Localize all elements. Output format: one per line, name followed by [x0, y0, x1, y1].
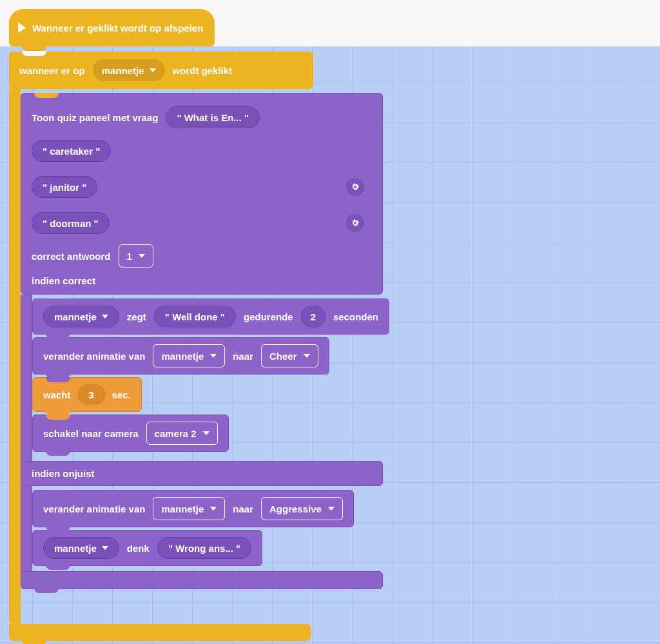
say-actor-dropdown[interactable]: mannetje	[43, 306, 119, 327]
chevron-down-icon	[210, 354, 217, 358]
think-actor-dropdown[interactable]: mannetje	[43, 537, 119, 559]
anim-actor-select[interactable]: mannetje	[153, 344, 225, 367]
click-suffix: wordt geklikt	[173, 65, 233, 76]
anim-label: verander animatie van	[43, 503, 145, 514]
gear-icon[interactable]	[346, 214, 364, 232]
click-target-dropdown[interactable]: mannetje	[93, 59, 165, 81]
click-prefix: wanneer er op	[19, 65, 85, 76]
purple-arm	[21, 295, 32, 461]
anim-name: Aggressive	[269, 503, 322, 514]
anim-actor-select[interactable]: mannetje	[153, 497, 225, 520]
play-icon	[18, 23, 26, 33]
chevron-down-icon	[328, 507, 335, 511]
block-canvas[interactable]: Wanneer er geklikt wordt op afspelen wan…	[0, 0, 660, 644]
camera-select[interactable]: camera 2	[146, 422, 218, 445]
quiz-cblock-footer	[21, 571, 383, 589]
chevron-down-icon	[102, 546, 108, 550]
say-actor: mannetje	[54, 311, 97, 322]
chevron-down-icon	[139, 254, 145, 258]
chevron-down-icon	[102, 315, 108, 318]
wait-block[interactable]: wacht 3 sec.	[32, 377, 142, 412]
chevron-down-icon	[304, 354, 310, 358]
gear-icon[interactable]	[346, 178, 364, 196]
correct-answer-select[interactable]: 1	[119, 244, 153, 268]
think-actor: mannetje	[54, 543, 97, 554]
if-correct-label: indien correct	[32, 275, 95, 286]
quiz-cblock[interactable]: Toon quiz paneel met vraag " What is En.…	[21, 93, 389, 589]
purple-arm	[21, 486, 32, 571]
change-anim-block[interactable]: verander animatie van mannetje naar Chee…	[32, 337, 329, 375]
if-wrong-label: indien onjuist	[32, 468, 95, 479]
play-hat-block[interactable]: Wanneer er geklikt wordt op afspelen	[9, 9, 215, 46]
anim-to: naar	[233, 503, 253, 514]
say-for: gedurende	[244, 311, 293, 322]
correct-value: 1	[127, 251, 132, 262]
hat-label: Wanneer er geklikt wordt op afspelen	[32, 23, 203, 34]
quiz-question-input[interactable]: " What is En... "	[166, 106, 260, 128]
think-block[interactable]: mannetje denk " Wrong ans... "	[32, 530, 262, 566]
click-event-footer	[9, 624, 311, 641]
anim-name: Cheer	[269, 351, 297, 362]
quiz-answer-2[interactable]: " janitor "	[32, 176, 97, 198]
quiz-answer-3[interactable]: " doorman "	[32, 212, 110, 234]
switch-camera-block[interactable]: schakel naar camera camera 2	[32, 415, 229, 452]
if-wrong-section[interactable]: indien onjuist	[21, 461, 383, 486]
say-text-input[interactable]: " Well done "	[154, 306, 236, 327]
say-seconds-input[interactable]: 2	[301, 306, 325, 327]
cblock-arm	[9, 89, 21, 624]
think-text-input[interactable]: " Wrong ans... "	[157, 537, 251, 559]
anim-actor: mannetje	[161, 351, 204, 362]
anim-actor: mannetje	[161, 503, 204, 514]
anim-label: verander animatie van	[43, 351, 145, 362]
anim-name-select[interactable]: Cheer	[261, 344, 318, 367]
click-target-value: mannetje	[102, 65, 144, 76]
change-anim-block-wrong[interactable]: verander animatie van mannetje naar Aggr…	[32, 490, 354, 527]
wait-value-input[interactable]: 3	[77, 384, 106, 405]
camera-value: camera 2	[155, 428, 197, 439]
think-verb: denk	[127, 543, 150, 554]
camera-label: schakel naar camera	[43, 428, 139, 439]
quiz-label: Toon quiz paneel met vraag	[32, 112, 158, 123]
chevron-down-icon	[150, 68, 156, 72]
chevron-down-icon	[203, 431, 209, 435]
wait-unit: sec.	[112, 389, 131, 400]
click-event-header[interactable]: wanneer er op mannetje wordt geklikt	[9, 52, 313, 89]
anim-name-select[interactable]: Aggressive	[261, 497, 343, 520]
say-unit: seconden	[333, 311, 378, 322]
quiz-answer-1[interactable]: " caretaker "	[32, 140, 111, 162]
wait-label: wacht	[43, 389, 71, 400]
click-event-cblock[interactable]: wanneer er op mannetje wordt geklikt Too…	[9, 52, 389, 641]
anim-to: naar	[233, 351, 253, 362]
quiz-header-section[interactable]: Toon quiz paneel met vraag " What is En.…	[21, 93, 383, 295]
say-block[interactable]: mannetje zegt " Well done " gedurende 2 …	[32, 298, 389, 335]
chevron-down-icon	[210, 507, 217, 511]
say-verb: zegt	[127, 311, 146, 322]
correct-label: correct antwoord	[32, 251, 111, 262]
